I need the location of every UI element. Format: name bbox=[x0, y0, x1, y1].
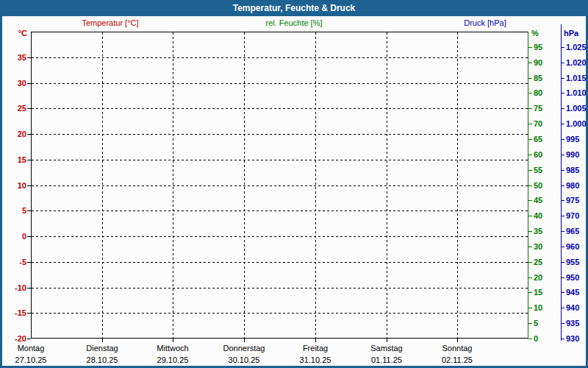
humidity-tick-label: 50 bbox=[534, 180, 542, 191]
pressure-tick-label: 950 bbox=[566, 272, 579, 283]
pressure-tick-label: 930 bbox=[566, 333, 579, 344]
temperature-tick-mark bbox=[27, 160, 31, 160]
humidity-tick-mark bbox=[528, 170, 532, 171]
day-name-label: Donnerstag bbox=[209, 344, 279, 353]
temperature-tick-label: 5 bbox=[0, 205, 26, 216]
humidity-tick-label: 35 bbox=[534, 226, 542, 236]
day-boundary-tick bbox=[173, 339, 173, 342]
grid-hline bbox=[32, 108, 528, 109]
day-date-label: 28.10.25 bbox=[67, 355, 137, 365]
pressure-tick-mark bbox=[562, 200, 564, 201]
temperature-tick-label: -5 bbox=[0, 257, 26, 267]
humidity-tick-label: 15 bbox=[534, 287, 542, 297]
pressure-tick-mark bbox=[562, 262, 564, 263]
pressure-tick-mark bbox=[562, 124, 564, 124]
grid-vline bbox=[102, 32, 103, 338]
humidity-tick-mark bbox=[528, 200, 532, 201]
temperature-tick-mark bbox=[27, 108, 31, 109]
grid-vline bbox=[244, 32, 245, 338]
pressure-tick-label: 1.010 bbox=[566, 88, 587, 98]
humidity-tick-mark bbox=[528, 139, 532, 140]
pressure-tick-mark bbox=[562, 170, 564, 171]
temperature-tick-mark bbox=[27, 262, 31, 263]
humidity-tick-label: 55 bbox=[534, 165, 542, 175]
humidity-tick-label: 10 bbox=[534, 302, 542, 313]
humidity-tick-mark bbox=[528, 93, 532, 93]
day-name-label: Sonntag bbox=[422, 344, 492, 353]
humidity-tick-label: 65 bbox=[534, 134, 542, 144]
day-date-label: 29.10.25 bbox=[137, 355, 208, 365]
temperature-tick-mark bbox=[27, 339, 31, 339]
pressure-tick-mark bbox=[562, 247, 564, 247]
humidity-tick-label: 70 bbox=[534, 118, 542, 129]
temperature-tick-mark bbox=[27, 236, 31, 237]
humidity-tick-label: 40 bbox=[534, 210, 542, 221]
pressure-tick-label: 990 bbox=[566, 149, 579, 160]
day-date-label: 01.11.25 bbox=[351, 355, 422, 365]
humidity-tick-label: 30 bbox=[534, 241, 542, 252]
humidity-tick-label: 5 bbox=[534, 318, 538, 328]
pressure-tick-label: 980 bbox=[566, 180, 579, 191]
grid-vline bbox=[315, 32, 316, 338]
temperature-tick-label: -10 bbox=[0, 283, 26, 293]
temperature-tick-mark bbox=[27, 313, 31, 314]
pressure-tick-label: 1.025 bbox=[566, 42, 587, 52]
humidity-tick-label: 45 bbox=[534, 195, 542, 205]
humidity-tick-mark bbox=[528, 108, 532, 109]
grid-hline bbox=[32, 236, 528, 237]
temperature-tick-label: 10 bbox=[0, 180, 26, 191]
pressure-tick-mark bbox=[562, 308, 564, 308]
humidity-tick-mark bbox=[528, 231, 532, 232]
pressure-tick-mark bbox=[562, 108, 564, 109]
day-date-label: 27.10.25 bbox=[0, 355, 66, 365]
pressure-tick-mark bbox=[562, 63, 564, 63]
pressure-tick-mark bbox=[562, 78, 564, 79]
pressure-tick-label: 995 bbox=[566, 134, 579, 144]
humidity-tick-label: 25 bbox=[534, 257, 542, 267]
pressure-tick-mark bbox=[562, 155, 564, 155]
day-name-label: Samstag bbox=[351, 344, 422, 353]
day-name-label: Freitag bbox=[280, 344, 351, 353]
humidity-tick-mark bbox=[528, 124, 532, 124]
temperature-tick-mark bbox=[27, 83, 31, 84]
day-name-label: Dienstag bbox=[67, 344, 137, 353]
humidity-tick-mark bbox=[528, 277, 532, 278]
temperature-tick-label: 35 bbox=[0, 52, 26, 63]
grid-hline bbox=[32, 57, 528, 58]
day-boundary-tick bbox=[387, 339, 387, 342]
grid-hline bbox=[32, 134, 528, 135]
pressure-tick-mark bbox=[562, 339, 564, 339]
grid-hline bbox=[32, 210, 528, 211]
temperature-tick-label: 20 bbox=[0, 129, 26, 139]
temperature-tick-mark bbox=[27, 210, 31, 211]
temperature-axis-unit: °C bbox=[0, 29, 27, 38]
humidity-tick-label: 20 bbox=[534, 272, 542, 283]
day-name-label: Montag bbox=[0, 344, 66, 353]
day-name-label: Mittwoch bbox=[137, 344, 208, 353]
pressure-tick-label: 965 bbox=[566, 226, 579, 236]
temperature-tick-label: 15 bbox=[0, 155, 26, 165]
window-title-text: Temperatur, Feuchte & Druck bbox=[233, 3, 356, 13]
pressure-tick-label: 1.020 bbox=[566, 57, 587, 68]
temperature-tick-label: -20 bbox=[0, 333, 26, 344]
temperature-tick-label: -15 bbox=[0, 308, 26, 318]
humidity-tick-mark bbox=[528, 262, 532, 263]
temperature-tick-label: 25 bbox=[0, 103, 26, 113]
pressure-axis-unit: hPa bbox=[564, 29, 578, 38]
pressure-tick-label: 955 bbox=[566, 257, 579, 267]
temperature-tick-mark bbox=[27, 288, 31, 289]
humidity-tick-label: 95 bbox=[534, 42, 542, 52]
humidity-tick-label: 90 bbox=[534, 57, 542, 68]
temperature-tick-mark bbox=[27, 185, 31, 186]
pressure-tick-mark bbox=[562, 185, 564, 186]
pressure-tick-mark bbox=[562, 47, 564, 48]
pressure-tick-label: 960 bbox=[566, 241, 579, 252]
humidity-tick-mark bbox=[528, 292, 532, 293]
humidity-tick-label: 0 bbox=[534, 333, 538, 344]
humidity-tick-mark bbox=[528, 185, 532, 186]
pressure-tick-label: 970 bbox=[566, 210, 579, 221]
grid-vline bbox=[387, 32, 387, 338]
legend-humidity: rel. Feuchte [%] bbox=[265, 18, 322, 27]
humidity-tick-label: 75 bbox=[534, 103, 542, 113]
pressure-axis-line bbox=[561, 24, 562, 341]
